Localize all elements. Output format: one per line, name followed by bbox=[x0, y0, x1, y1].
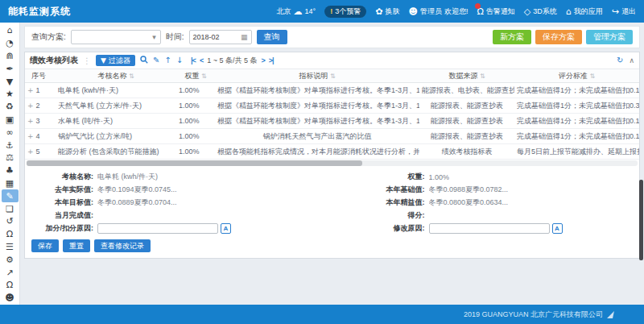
row-source: 能源报表、能源查抄表 bbox=[419, 131, 514, 142]
expand-icon[interactable]: + bbox=[27, 117, 34, 125]
user-menu[interactable]: ☻ 管理员 欢迎您! bbox=[408, 6, 468, 17]
row-name: 能源分析 (包含采取的节能措施) bbox=[56, 147, 176, 157]
sidebar-item-recycle[interactable]: ♻ bbox=[2, 101, 19, 114]
sidebar-item-pen[interactable]: ✒ bbox=[2, 62, 19, 75]
sidebar-item-links[interactable]: ∞ bbox=[2, 126, 19, 139]
main-content: 查询方案: ▾ 时间: 2018-02 ▦ 查询 新方案 保存方案 管理方案 绩… bbox=[20, 23, 644, 305]
calendar-icon: ▦ bbox=[241, 33, 248, 41]
bonus-reason-input[interactable] bbox=[97, 223, 218, 234]
reset-button[interactable]: 重置 bbox=[63, 239, 90, 252]
last-page-button[interactable]: >| bbox=[269, 56, 274, 64]
row-score: 完成基础值得1分；未完成基础值扣0.3分；完成目标值奖励0.3分；完成精益值 bbox=[514, 101, 639, 111]
sidebar-item-home[interactable]: ⌂ bbox=[2, 24, 19, 37]
form-name-value: 电单耗 (kwh/件·天) bbox=[97, 172, 158, 182]
col-source[interactable]: 数据来源 ⇅ bbox=[419, 71, 514, 81]
edit-filter-icon[interactable]: ✎ bbox=[153, 56, 159, 64]
col-weight[interactable]: 权重 ⇅ bbox=[176, 71, 215, 81]
table-row[interactable]: +5 能源分析 (包含采取的节能措施) 1.00% 根据各项能耗指标完成情况，对… bbox=[25, 144, 639, 160]
sort-icon: ⇅ bbox=[330, 73, 336, 80]
col-name[interactable]: 考核名称 ⇅ bbox=[56, 71, 176, 81]
table-row[interactable]: +4 锅炉气汽比 (立方米/吨) 1.00% 锅炉消耗天然气与产出蒸汽的比值 能… bbox=[25, 129, 639, 144]
table-row[interactable]: +3 水单耗 (吨/件·天) 1.00% 根据《精益环能考核制度》对单项指标进行… bbox=[25, 114, 639, 129]
row-score: 完成基础值得1分；未完成基础值扣0.15分；完成目标值奖励0.05分；完成精益值 bbox=[514, 85, 639, 96]
sidebar-item-star[interactable]: ★ bbox=[2, 88, 19, 101]
sidebar-item-history[interactable]: ↺ bbox=[2, 215, 19, 228]
row-source: 绩效考核指标表 bbox=[419, 147, 514, 157]
sidebar-item-alarm[interactable]: Ω bbox=[2, 279, 19, 292]
alert-badge[interactable]: ! 3个预警 bbox=[324, 6, 366, 18]
alert-notify[interactable]: Ω 告警通知 bbox=[477, 6, 514, 17]
sidebar-item-bell[interactable]: Ω bbox=[2, 228, 19, 241]
sort-down-icon[interactable]: ↓ bbox=[176, 56, 183, 64]
vertical-scrollbar-thumb[interactable] bbox=[639, 180, 643, 260]
search-icon[interactable] bbox=[140, 56, 148, 65]
filter-button[interactable]: ▼ 过滤器 bbox=[96, 55, 135, 66]
sidebar-item-dashboard[interactable]: ◔ bbox=[2, 37, 19, 50]
table-row[interactable]: +1 电单耗 (kwh/件·天) 1.00% 根据《精益环能考核制度》对单项指标… bbox=[25, 83, 639, 98]
save-scheme-button[interactable]: 保存方案 bbox=[535, 30, 582, 44]
col-desc[interactable]: 指标说明 ⇅ bbox=[215, 71, 419, 81]
sidebar-item-anchor[interactable]: ⚓ bbox=[2, 139, 19, 152]
logout[interactable]: ↪ 退出 bbox=[612, 6, 636, 17]
scrollbar-thumb[interactable] bbox=[27, 160, 362, 166]
skin-label: 换肤 bbox=[385, 6, 399, 17]
assessment-panel: 绩效考核列表 ⋮ ▼ 过滤器 ✎ ↑ ↓ |< < 1 ~ 5 条/共 5 条 … bbox=[24, 52, 640, 259]
table-row[interactable]: +2 天然气单耗 (立方米/件·天) 1.00% 根据《精益环能考核制度》对单项… bbox=[25, 98, 639, 114]
row-desc: 根据《精益环能考核制度》对单项指标进行考核。冬季1-3月、11-12月；夏季5-… bbox=[215, 116, 419, 127]
sidebar-item-users[interactable]: ☻ bbox=[2, 292, 19, 305]
collapse-icon[interactable]: ∧ bbox=[629, 56, 634, 64]
row-name: 天然气单耗 (立方米/件·天) bbox=[56, 101, 176, 111]
skin-switch[interactable]: ✿ 换肤 bbox=[375, 6, 399, 17]
search-button[interactable]: 查询 bbox=[257, 30, 287, 44]
form-lastyear-value: 冬季0.1094夏季0.0745... bbox=[97, 185, 177, 195]
prev-page-button[interactable]: < bbox=[200, 56, 203, 64]
vertical-scrollbar[interactable] bbox=[639, 152, 643, 305]
drag-handle-icon: ⋮ bbox=[83, 56, 91, 65]
row-score: 完成基础值得1分；未完成基础值扣0.1分；完成目标值奖励0.05分；完成精益值 bbox=[514, 116, 639, 127]
expand-icon[interactable]: + bbox=[27, 102, 34, 110]
sidebar-item-save[interactable]: ▣ bbox=[2, 114, 19, 127]
scheme-select[interactable]: ▾ bbox=[71, 30, 161, 44]
sidebar-item-shield[interactable]: ▼ bbox=[2, 75, 19, 88]
time-input[interactable]: 2018-02 ▦ bbox=[189, 30, 252, 44]
next-page-button[interactable]: > bbox=[261, 56, 264, 64]
sidebar-item-chart[interactable]: ↗ bbox=[2, 266, 19, 279]
row-weight: 1.00% bbox=[176, 117, 215, 125]
sidebar-item-sitemap[interactable]: ♣ bbox=[2, 164, 19, 177]
sort-up-icon[interactable]: ↑ bbox=[164, 56, 171, 64]
welcome-label: 欢迎您! bbox=[444, 6, 469, 17]
sidebar-item-gear[interactable]: ⚙ bbox=[2, 253, 19, 266]
view-log-button[interactable]: 查看修改记录 bbox=[94, 239, 151, 252]
col-seq[interactable]: 序号 bbox=[25, 71, 56, 81]
row-weight: 1.00% bbox=[176, 86, 215, 94]
manage-scheme-button[interactable]: 管理方案 bbox=[586, 30, 633, 44]
modify-picker-button[interactable]: A bbox=[552, 223, 563, 234]
app-header: 能耗监测系统 北京 ☁ 14° ! 3个预警 ✿ 换肤 ☻ 管理员 欢迎您! Ω… bbox=[0, 0, 644, 23]
expand-icon[interactable]: + bbox=[27, 132, 34, 140]
refresh-icon[interactable]: ↻ bbox=[617, 56, 623, 64]
form-target-value: 冬季0.0889夏季0.0704... bbox=[97, 197, 177, 208]
sidebar-item-scales[interactable]: ⚖ bbox=[2, 152, 19, 164]
sidebar-item-money[interactable]: ▦ bbox=[2, 177, 19, 190]
row-weight: 1.00% bbox=[176, 102, 215, 110]
my-apps[interactable]: ⌂ 我的应用 bbox=[566, 6, 603, 17]
sidebar-item-list[interactable]: ☰ bbox=[2, 241, 19, 254]
modify-reason-input[interactable] bbox=[429, 223, 550, 234]
expand-icon[interactable]: + bbox=[27, 147, 34, 156]
bonus-picker-button[interactable]: A bbox=[221, 223, 231, 234]
sidebar-item-binoculars[interactable]: ⋒ bbox=[2, 50, 19, 63]
col-score[interactable]: 评分标准 ⇅ bbox=[514, 71, 639, 81]
form-weight-label: 权重: bbox=[332, 172, 429, 182]
row-source: 能源报表、能源查抄表 bbox=[419, 101, 514, 111]
footer-logo-icon bbox=[607, 311, 614, 318]
save-button[interactable]: 保存 bbox=[31, 239, 59, 252]
sidebar-item-document[interactable]: ❏ bbox=[2, 202, 19, 215]
first-page-button[interactable]: |< bbox=[191, 56, 196, 64]
new-scheme-button[interactable]: 新方案 bbox=[493, 30, 531, 44]
horizontal-scrollbar[interactable] bbox=[27, 160, 638, 166]
system-3d[interactable]: ◇ 3D系统 bbox=[524, 6, 557, 17]
query-bar: 查询方案: ▾ 时间: 2018-02 ▦ 查询 新方案 保存方案 管理方案 bbox=[24, 26, 640, 48]
expand-icon[interactable]: + bbox=[27, 86, 34, 94]
sort-icon: ⇅ bbox=[201, 73, 207, 80]
sidebar-item-edit[interactable]: ✎ bbox=[2, 189, 19, 202]
